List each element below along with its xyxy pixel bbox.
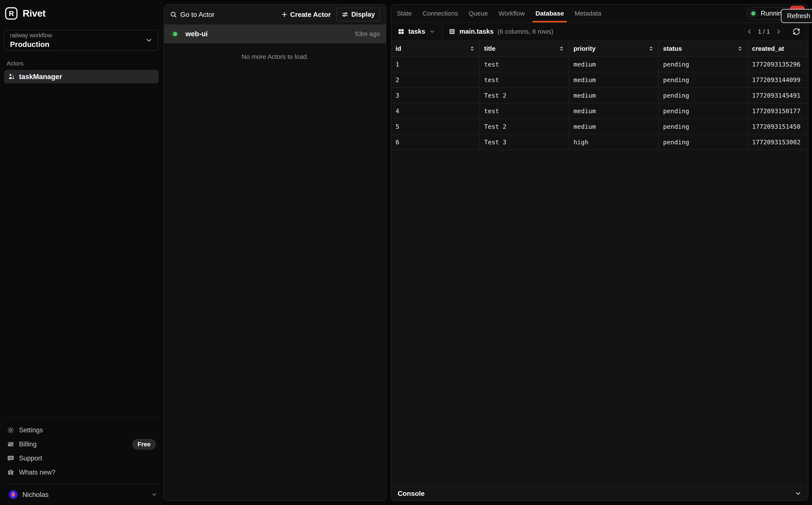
avatar (9, 490, 18, 499)
table-cell: Test 2 (480, 88, 569, 103)
refresh-tooltip: Refresh (781, 9, 812, 23)
sort-icon[interactable] (469, 46, 475, 51)
sidebar-item-billing[interactable]: Billing Free (7, 437, 158, 451)
rivet-logo-icon: R (5, 7, 17, 20)
table-cell: pending (659, 88, 747, 103)
sidebar-item-whats-new[interactable]: Whats new? (7, 465, 158, 479)
actor-list-empty-message: No more Actors to load. (164, 53, 386, 60)
database-table: idtitleprioritystatuscreated_at 1testmed… (391, 41, 808, 150)
actor-icon (8, 73, 15, 80)
sidebar-item-support[interactable]: Support (7, 451, 158, 465)
billing-label: Billing (19, 441, 37, 448)
page: R Rivet railway workflow Production Acto… (0, 0, 812, 505)
settings-label: Settings (19, 426, 43, 434)
table-cell: pending (659, 134, 747, 150)
sliders-icon (342, 11, 348, 18)
actor-list-header: Go to Actor Create Actor Display (164, 4, 386, 24)
tab-queue[interactable]: Queue (469, 4, 488, 22)
workspace-value: Production (10, 40, 52, 49)
actor-list-item-web-ui[interactable]: web-ui 53m ago (164, 24, 386, 43)
plus-icon (281, 11, 288, 18)
status-dot-halo (749, 9, 758, 18)
wallet-icon (7, 441, 14, 448)
table-cell: pending (659, 72, 747, 88)
sort-icon[interactable] (737, 46, 743, 51)
tab-connections[interactable]: Connections (423, 4, 458, 22)
plan-badge: Free (132, 439, 156, 450)
table-cell: test (480, 103, 569, 119)
previous-page-button[interactable] (745, 27, 754, 36)
table-cell: 1772093150177 (747, 103, 808, 119)
tab-state[interactable]: State (397, 4, 412, 22)
sidebar-item-settings[interactable]: Settings (7, 423, 158, 437)
chevron-down-icon (429, 28, 436, 35)
workspace-selector[interactable]: railway workflow Production (4, 30, 158, 51)
actor-status-dot (173, 32, 177, 36)
sort-icon[interactable] (648, 46, 654, 51)
whats-new-label: Whats new? (19, 469, 55, 476)
table-cell: medium (569, 103, 659, 119)
console-label: Console (398, 490, 425, 498)
pagination: 1 / 1 (745, 23, 808, 40)
table-cell: 1772093153002 (747, 134, 808, 150)
tab-database[interactable]: Database (536, 4, 564, 22)
user-menu[interactable]: Nicholas (7, 485, 158, 501)
chevron-down-icon (145, 37, 152, 44)
table-cell: test (480, 56, 569, 72)
table-cell: 4 (391, 103, 480, 119)
table-meta: (6 columns, 6 rows) (497, 28, 553, 35)
support-label: Support (19, 455, 42, 462)
column-header-priority[interactable]: priority (569, 41, 659, 56)
table-cell: medium (569, 56, 659, 72)
table-cell: Test 2 (480, 119, 569, 134)
go-to-actor-search[interactable]: Go to Actor (170, 11, 277, 19)
table-cell: medium (569, 119, 659, 134)
actors-section-label: Actors (7, 60, 158, 67)
table-cell: 1772093145491 (747, 88, 808, 103)
actor-status-halo (170, 29, 180, 39)
tab-workflow[interactable]: Workflow (498, 4, 525, 22)
sidebar-footer: Settings Billing Free (4, 417, 158, 501)
table-row: 6Test 3highpending1772093153002 (391, 134, 808, 150)
support-chat-icon (7, 455, 14, 462)
table-row: 5Test 2mediumpending1772093151450 (391, 119, 808, 134)
sidebar-item-taskmanager[interactable]: taskManager (4, 70, 158, 83)
column-header-created_at[interactable]: created_at (747, 41, 808, 56)
table-cell: medium (569, 72, 659, 88)
gift-icon (7, 469, 14, 476)
table-selector-dropdown[interactable]: tasks (391, 23, 442, 40)
table-cell: 5 (391, 119, 480, 134)
column-header-id[interactable]: id (391, 41, 480, 56)
tab-metadata[interactable]: Metadata (575, 4, 601, 22)
create-actor-button[interactable]: Create Actor (281, 11, 331, 19)
table-cell: Test 3 (480, 134, 569, 150)
actor-name: web-ui (186, 30, 208, 38)
refresh-table-button[interactable] (791, 26, 802, 37)
table-row: 2testmediumpending1772093144099 (391, 72, 808, 88)
table-row: 1testmediumpending1772093135296 (391, 56, 808, 72)
display-button[interactable]: Display (336, 8, 380, 21)
table-cell: 1772093135296 (747, 56, 808, 72)
db-table-head-row: idtitleprioritystatuscreated_at (391, 41, 808, 56)
table-cell: test (480, 72, 569, 88)
table-full-name: main.tasks (459, 28, 493, 35)
search-icon (170, 11, 177, 18)
table-cell: medium (569, 88, 659, 103)
table-empty-area (391, 150, 808, 486)
column-header-status[interactable]: status (659, 41, 747, 56)
workspace-label: railway workflow (10, 32, 52, 39)
grid-icon (449, 28, 456, 35)
table-icon (398, 28, 404, 35)
column-header-title[interactable]: title (480, 41, 569, 56)
table-cell: pending (659, 56, 747, 72)
table-cell: 1772093144099 (747, 72, 808, 88)
inspector-tabs: StateConnectionsQueueWorkflowDatabaseMet… (391, 4, 808, 23)
console-bar[interactable]: Console (391, 486, 808, 501)
search-label: Go to Actor (180, 11, 214, 19)
table-cell: 1772093151450 (747, 119, 808, 134)
refresh-icon (793, 28, 800, 35)
sort-icon[interactable] (559, 46, 565, 51)
database-toolbar: tasks main.tasks (6 columns, 6 rows) (391, 23, 808, 41)
next-page-button[interactable] (774, 27, 783, 36)
table-cell: 6 (391, 134, 480, 150)
